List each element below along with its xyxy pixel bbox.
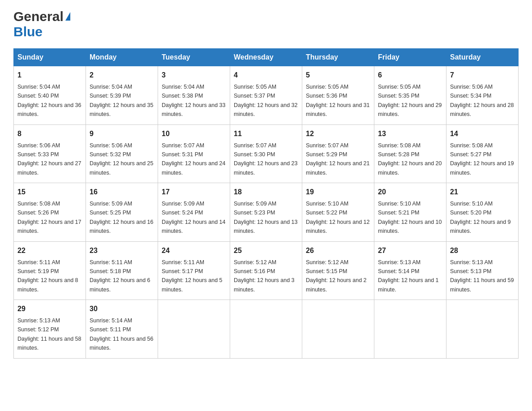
day-number: 5 <box>306 70 370 81</box>
logo-general-text: General <box>13 9 64 24</box>
day-info: Sunrise: 5:10 AMSunset: 5:21 PMDaylight:… <box>378 201 442 234</box>
day-number: 19 <box>306 187 370 197</box>
day-number: 21 <box>450 187 515 197</box>
week-row-1: 1 Sunrise: 5:04 AMSunset: 5:40 PMDayligh… <box>14 66 519 125</box>
day-number: 28 <box>450 245 515 256</box>
day-number: 1 <box>17 70 82 81</box>
day-cell-2: 2 Sunrise: 5:04 AMSunset: 5:39 PMDayligh… <box>86 66 158 125</box>
day-info: Sunrise: 5:13 AMSunset: 5:12 PMDaylight:… <box>17 317 81 351</box>
weekday-header-row: SundayMondayTuesdayWednesdayThursdayFrid… <box>14 49 519 66</box>
day-number: 26 <box>306 245 370 256</box>
day-cell-16: 16 Sunrise: 5:09 AMSunset: 5:25 PMDaylig… <box>86 183 158 242</box>
day-cell-5: 5 Sunrise: 5:05 AMSunset: 5:36 PMDayligh… <box>302 66 374 125</box>
logo: General Blue <box>13 9 70 39</box>
day-number: 10 <box>162 128 226 139</box>
logo-blue-text: Blue <box>13 24 43 39</box>
day-info: Sunrise: 5:04 AMSunset: 5:39 PMDaylight:… <box>90 84 153 117</box>
day-number: 3 <box>162 70 226 81</box>
calendar-table: SundayMondayTuesdayWednesdayThursdayFrid… <box>13 48 519 359</box>
day-info: Sunrise: 5:12 AMSunset: 5:15 PMDaylight:… <box>306 259 367 293</box>
day-info: Sunrise: 5:11 AMSunset: 5:17 PMDaylight:… <box>162 259 223 293</box>
day-cell-19: 19 Sunrise: 5:10 AMSunset: 5:22 PMDaylig… <box>302 183 374 242</box>
day-cell-15: 15 Sunrise: 5:08 AMSunset: 5:26 PMDaylig… <box>14 183 86 242</box>
day-info: Sunrise: 5:05 AMSunset: 5:36 PMDaylight:… <box>306 84 369 117</box>
day-cell-27: 27 Sunrise: 5:13 AMSunset: 5:14 PMDaylig… <box>374 241 446 300</box>
day-number: 7 <box>450 70 515 81</box>
day-cell-14: 14 Sunrise: 5:08 AMSunset: 5:27 PMDaylig… <box>446 124 519 183</box>
day-number: 27 <box>378 245 442 256</box>
empty-cell-4-2 <box>158 300 230 359</box>
week-row-2: 8 Sunrise: 5:06 AMSunset: 5:33 PMDayligh… <box>14 124 519 183</box>
day-number: 23 <box>90 245 154 256</box>
day-info: Sunrise: 5:07 AMSunset: 5:30 PMDaylight:… <box>234 142 297 176</box>
week-row-3: 15 Sunrise: 5:08 AMSunset: 5:26 PMDaylig… <box>14 183 519 242</box>
weekday-header-monday: Monday <box>86 49 158 66</box>
day-info: Sunrise: 5:07 AMSunset: 5:31 PMDaylight:… <box>162 142 225 176</box>
day-info: Sunrise: 5:09 AMSunset: 5:24 PMDaylight:… <box>162 201 225 234</box>
day-cell-20: 20 Sunrise: 5:10 AMSunset: 5:21 PMDaylig… <box>374 183 446 242</box>
day-info: Sunrise: 5:08 AMSunset: 5:26 PMDaylight:… <box>17 201 81 234</box>
day-cell-25: 25 Sunrise: 5:12 AMSunset: 5:16 PMDaylig… <box>230 241 302 300</box>
day-number: 29 <box>17 304 82 314</box>
day-info: Sunrise: 5:13 AMSunset: 5:14 PMDaylight:… <box>378 259 439 293</box>
day-cell-4: 4 Sunrise: 5:05 AMSunset: 5:37 PMDayligh… <box>230 66 302 125</box>
day-cell-26: 26 Sunrise: 5:12 AMSunset: 5:15 PMDaylig… <box>302 241 374 300</box>
empty-cell-4-6 <box>446 300 519 359</box>
day-info: Sunrise: 5:11 AMSunset: 5:19 PMDaylight:… <box>17 259 78 293</box>
week-row-4: 22 Sunrise: 5:11 AMSunset: 5:19 PMDaylig… <box>14 241 519 300</box>
day-number: 11 <box>234 128 298 139</box>
day-cell-18: 18 Sunrise: 5:09 AMSunset: 5:23 PMDaylig… <box>230 183 302 242</box>
day-cell-9: 9 Sunrise: 5:06 AMSunset: 5:32 PMDayligh… <box>86 124 158 183</box>
weekday-header-sunday: Sunday <box>14 49 86 66</box>
logo-triangle-icon <box>65 12 70 21</box>
day-info: Sunrise: 5:10 AMSunset: 5:20 PMDaylight:… <box>450 201 511 234</box>
empty-cell-4-4 <box>302 300 374 359</box>
weekday-header-saturday: Saturday <box>446 49 519 66</box>
day-info: Sunrise: 5:14 AMSunset: 5:11 PMDaylight:… <box>90 317 153 351</box>
day-cell-23: 23 Sunrise: 5:11 AMSunset: 5:18 PMDaylig… <box>86 241 158 300</box>
day-cell-8: 8 Sunrise: 5:06 AMSunset: 5:33 PMDayligh… <box>14 124 86 183</box>
day-number: 8 <box>17 128 82 139</box>
day-cell-24: 24 Sunrise: 5:11 AMSunset: 5:17 PMDaylig… <box>158 241 230 300</box>
day-number: 25 <box>234 245 298 256</box>
day-cell-6: 6 Sunrise: 5:05 AMSunset: 5:35 PMDayligh… <box>374 66 446 125</box>
weekday-header-wednesday: Wednesday <box>230 49 302 66</box>
day-cell-7: 7 Sunrise: 5:06 AMSunset: 5:34 PMDayligh… <box>446 66 519 125</box>
day-info: Sunrise: 5:08 AMSunset: 5:28 PMDaylight:… <box>378 142 442 176</box>
day-info: Sunrise: 5:04 AMSunset: 5:38 PMDaylight:… <box>162 84 225 117</box>
day-number: 13 <box>378 128 442 139</box>
page-header: General Blue <box>13 9 519 39</box>
day-cell-12: 12 Sunrise: 5:07 AMSunset: 5:29 PMDaylig… <box>302 124 374 183</box>
day-info: Sunrise: 5:11 AMSunset: 5:18 PMDaylight:… <box>90 259 150 293</box>
day-info: Sunrise: 5:06 AMSunset: 5:32 PMDaylight:… <box>90 142 153 176</box>
day-number: 14 <box>450 128 515 139</box>
day-cell-3: 3 Sunrise: 5:04 AMSunset: 5:38 PMDayligh… <box>158 66 230 125</box>
day-info: Sunrise: 5:12 AMSunset: 5:16 PMDaylight:… <box>234 259 295 293</box>
week-row-5: 29 Sunrise: 5:13 AMSunset: 5:12 PMDaylig… <box>14 300 519 359</box>
day-number: 4 <box>234 70 298 81</box>
weekday-header-friday: Friday <box>374 49 446 66</box>
empty-cell-4-3 <box>230 300 302 359</box>
day-cell-29: 29 Sunrise: 5:13 AMSunset: 5:12 PMDaylig… <box>14 300 86 359</box>
day-info: Sunrise: 5:13 AMSunset: 5:13 PMDaylight:… <box>450 259 514 293</box>
day-number: 6 <box>378 70 442 81</box>
day-cell-22: 22 Sunrise: 5:11 AMSunset: 5:19 PMDaylig… <box>14 241 86 300</box>
day-number: 20 <box>378 187 442 197</box>
day-cell-10: 10 Sunrise: 5:07 AMSunset: 5:31 PMDaylig… <box>158 124 230 183</box>
day-cell-11: 11 Sunrise: 5:07 AMSunset: 5:30 PMDaylig… <box>230 124 302 183</box>
weekday-header-thursday: Thursday <box>302 49 374 66</box>
day-cell-13: 13 Sunrise: 5:08 AMSunset: 5:28 PMDaylig… <box>374 124 446 183</box>
day-info: Sunrise: 5:09 AMSunset: 5:23 PMDaylight:… <box>234 201 297 234</box>
day-number: 17 <box>162 187 226 197</box>
day-number: 24 <box>162 245 226 256</box>
day-cell-17: 17 Sunrise: 5:09 AMSunset: 5:24 PMDaylig… <box>158 183 230 242</box>
day-info: Sunrise: 5:06 AMSunset: 5:33 PMDaylight:… <box>17 142 81 176</box>
day-info: Sunrise: 5:05 AMSunset: 5:35 PMDaylight:… <box>378 84 442 117</box>
day-info: Sunrise: 5:06 AMSunset: 5:34 PMDaylight:… <box>450 84 514 117</box>
day-number: 12 <box>306 128 370 139</box>
weekday-header-tuesday: Tuesday <box>158 49 230 66</box>
day-info: Sunrise: 5:10 AMSunset: 5:22 PMDaylight:… <box>306 201 369 234</box>
day-cell-30: 30 Sunrise: 5:14 AMSunset: 5:11 PMDaylig… <box>86 300 158 359</box>
day-cell-28: 28 Sunrise: 5:13 AMSunset: 5:13 PMDaylig… <box>446 241 519 300</box>
day-number: 9 <box>90 128 154 139</box>
